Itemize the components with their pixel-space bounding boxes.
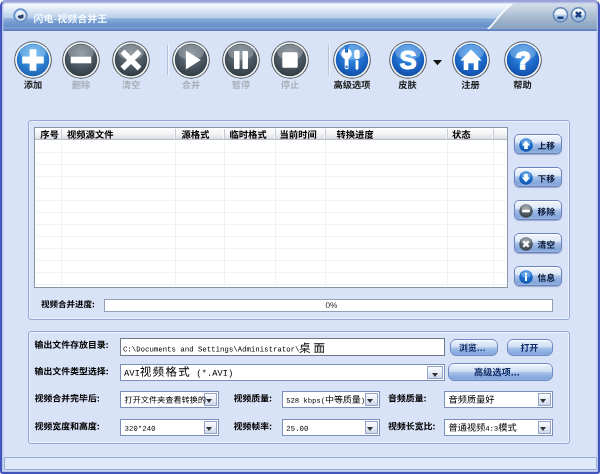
svg-text:S: S [399, 46, 416, 74]
svg-text:?: ? [515, 46, 530, 73]
